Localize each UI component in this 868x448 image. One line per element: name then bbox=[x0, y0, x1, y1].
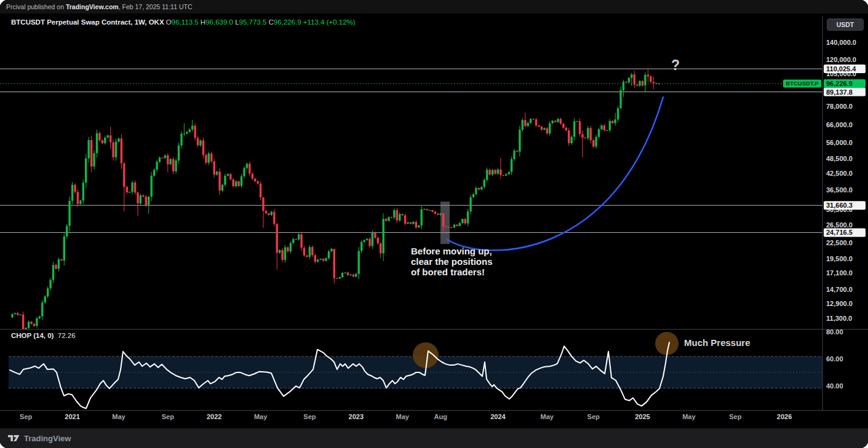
candle-body bbox=[437, 214, 439, 215]
candle-body bbox=[241, 176, 242, 186]
candle-body bbox=[85, 159, 87, 183]
candle-body bbox=[252, 174, 253, 179]
candle-body bbox=[450, 227, 452, 228]
candle-body bbox=[516, 151, 518, 152]
candle-body bbox=[511, 159, 512, 172]
question-mark-annotation[interactable]: ? bbox=[671, 57, 680, 73]
candle-body bbox=[336, 278, 338, 279]
currency-button[interactable]: USDT bbox=[827, 18, 864, 31]
level-price-label-text: 31,660.3 bbox=[826, 202, 853, 209]
candle-body bbox=[393, 210, 395, 218]
change-value: +113.4 (+0.12%) bbox=[303, 18, 356, 26]
candle-body bbox=[524, 120, 526, 126]
candle-body bbox=[218, 171, 220, 191]
time-tick-label: 2021 bbox=[65, 413, 79, 420]
candle-body bbox=[90, 140, 92, 167]
candle-body bbox=[598, 129, 600, 136]
chart-canvas[interactable]: Much PressureBefore moving up,clear the … bbox=[0, 14, 868, 428]
current-price-label-text: 96,226.9 bbox=[826, 80, 853, 87]
candle-body bbox=[208, 154, 210, 163]
time-tick-label: Sep bbox=[303, 413, 316, 420]
candle-body bbox=[156, 162, 157, 170]
publish-prefix: Prcival published on bbox=[6, 3, 66, 10]
price-pane[interactable]: Before moving up,clear the positionsof b… bbox=[0, 57, 822, 334]
low-value: 95,773.5 bbox=[239, 18, 267, 26]
candle-body bbox=[554, 121, 556, 122]
candle-body bbox=[565, 128, 567, 130]
candle-body bbox=[330, 249, 332, 251]
time-tick-label: Sep bbox=[587, 413, 600, 420]
chop-tick-label: 40.00 bbox=[826, 382, 843, 390]
candle-body bbox=[380, 243, 381, 253]
candle-body bbox=[205, 155, 207, 162]
candle-body bbox=[484, 180, 485, 187]
candle-body bbox=[404, 216, 406, 224]
candle-body bbox=[210, 154, 212, 162]
candle-body bbox=[41, 302, 43, 316]
candle-body bbox=[322, 259, 324, 261]
candle-body bbox=[268, 213, 269, 215]
candle-body bbox=[415, 222, 417, 227]
chop-indicator-legend[interactable]: CHOP (14, 0) 72.26 bbox=[11, 332, 76, 339]
candle-body bbox=[530, 119, 532, 123]
publish-suffix: , Feb 17, 2025 11:11 UTC bbox=[119, 3, 193, 10]
candle-body bbox=[153, 170, 155, 176]
time-axis[interactable]: Sep2021MaySep2022MaySep2023MayAug2024May… bbox=[20, 413, 792, 420]
candle-body bbox=[257, 181, 258, 184]
price-tick-label: 66,000.0 bbox=[826, 121, 853, 128]
symbol-tag-text: BTCUSDT.P bbox=[786, 80, 819, 87]
candle-body bbox=[500, 170, 501, 175]
ohlc-legend[interactable]: BTCUSDT Perpetual Swap Contract, 1W, OKX… bbox=[11, 18, 356, 26]
candle-body bbox=[213, 162, 215, 175]
time-tick-label: 2025 bbox=[635, 413, 650, 420]
candle-body bbox=[383, 219, 384, 253]
highlight-bar[interactable] bbox=[440, 202, 450, 244]
footer-bar: TradingView bbox=[0, 428, 868, 448]
brown-highlight-circle[interactable] bbox=[413, 342, 439, 368]
candle-body bbox=[44, 296, 46, 302]
chart-window: Prcival published on TradingView.com, Fe… bbox=[0, 0, 868, 448]
candle-body bbox=[295, 239, 297, 240]
candle-body bbox=[478, 188, 480, 190]
candle-body bbox=[36, 318, 38, 326]
candle-body bbox=[349, 275, 351, 275]
candle-body bbox=[77, 192, 79, 204]
candle-body bbox=[494, 170, 496, 174]
candle-body bbox=[262, 197, 264, 211]
price-tick-label: 48,500.0 bbox=[826, 155, 853, 162]
candle-body bbox=[385, 219, 387, 221]
note-annotation[interactable]: Before moving up,clear the positionsof b… bbox=[411, 246, 493, 277]
candle-body bbox=[55, 265, 57, 269]
candle-body bbox=[576, 121, 578, 122]
candle-body bbox=[442, 213, 444, 226]
candle-body bbox=[636, 85, 638, 86]
candle-body bbox=[388, 217, 389, 221]
chart-region[interactable]: Much PressureBefore moving up,clear the … bbox=[0, 14, 868, 428]
high-label: H bbox=[201, 18, 205, 26]
candle-body bbox=[653, 82, 655, 83]
candle-body bbox=[298, 234, 300, 239]
candle-body bbox=[178, 146, 180, 160]
time-tick-label: May bbox=[682, 413, 696, 420]
blue-arc-drawing[interactable] bbox=[447, 97, 663, 250]
candle-body bbox=[17, 313, 18, 315]
time-tick-label: May bbox=[396, 413, 409, 420]
candle-body bbox=[284, 247, 286, 260]
pressure-label: Much Pressure bbox=[684, 337, 751, 348]
candle-body bbox=[464, 219, 466, 223]
candle-body bbox=[22, 315, 24, 330]
price-axis[interactable]: 140,000.0120,000.0105,000.078,000.066,00… bbox=[783, 39, 866, 390]
tradingview-brand[interactable]: TradingView bbox=[24, 434, 71, 443]
candle-body bbox=[581, 134, 583, 138]
candle-body bbox=[237, 181, 239, 186]
tradingview-logo-icon[interactable] bbox=[8, 433, 20, 443]
candle-body bbox=[243, 168, 245, 176]
candle-body bbox=[644, 75, 646, 85]
candle-body bbox=[63, 237, 65, 261]
candle-body bbox=[265, 211, 267, 213]
candle-body bbox=[328, 251, 330, 258]
candle-body bbox=[358, 251, 360, 273]
time-tick-label: Sep bbox=[162, 413, 174, 420]
chop-tick-label: 80.00 bbox=[826, 328, 843, 336]
time-tick-label: 2022 bbox=[207, 413, 221, 420]
